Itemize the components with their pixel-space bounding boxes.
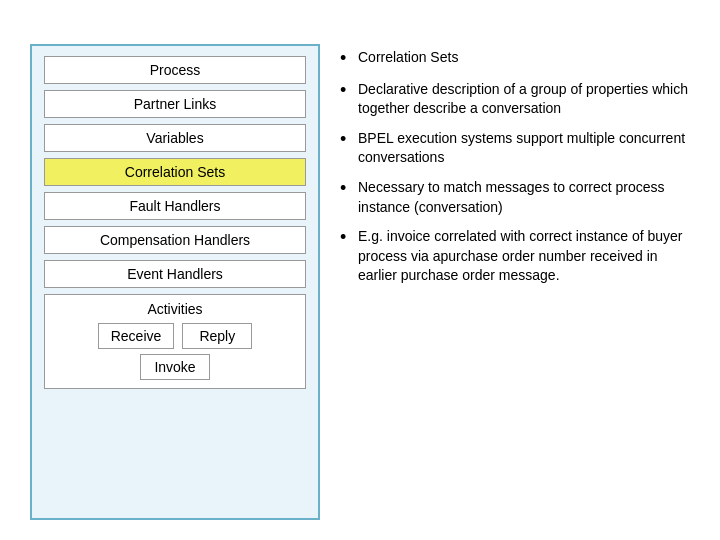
bullet-text: Declarative description of a group of pr… — [358, 80, 690, 119]
content-area: ProcessPartner LinksVariablesCorrelation… — [30, 44, 690, 520]
diagram-item-partner-links: Partner Links — [44, 90, 306, 118]
activities-box: ActivitiesReceiveReplyInvoke — [44, 294, 306, 389]
bullet-item-b1: •Correlation Sets — [340, 48, 690, 70]
diagram-item-variables: Variables — [44, 124, 306, 152]
bullet-item-b3: • BPEL execution systems support multipl… — [340, 129, 690, 168]
bullet-text: Necessary to match messages to correct p… — [358, 178, 690, 217]
diagram-item-compensation-handlers: Compensation Handlers — [44, 226, 306, 254]
activities-label: Activities — [53, 301, 297, 317]
bullet-text: Correlation Sets — [358, 48, 690, 68]
bullet-dot: • — [340, 129, 358, 151]
diagram-item-correlation-sets: Correlation Sets — [44, 158, 306, 186]
activity-reply[interactable]: Reply — [182, 323, 252, 349]
process-diagram: ProcessPartner LinksVariablesCorrelation… — [30, 44, 320, 520]
bullet-item-b5: • E.g. invoice correlated with correct i… — [340, 227, 690, 286]
diagram-item-fault-handlers: Fault Handlers — [44, 192, 306, 220]
bullet-dot: • — [340, 48, 358, 70]
bullet-text: E.g. invoice correlated with correct ins… — [358, 227, 690, 286]
diagram-item-process: Process — [44, 56, 306, 84]
bullet-item-b2: •Declarative description of a group of p… — [340, 80, 690, 119]
bullet-text: BPEL execution systems support multiple … — [358, 129, 690, 168]
diagram-item-event-handlers: Event Handlers — [44, 260, 306, 288]
bullet-item-b4: •Necessary to match messages to correct … — [340, 178, 690, 217]
page: ProcessPartner LinksVariablesCorrelation… — [0, 0, 720, 540]
activity-receive[interactable]: Receive — [98, 323, 175, 349]
activities-invoke-container: Invoke — [53, 354, 297, 380]
bullet-list: •Correlation Sets•Declarative descriptio… — [340, 44, 690, 520]
bullet-dot: • — [340, 178, 358, 200]
bullet-dot: • — [340, 227, 358, 249]
bullet-dot: • — [340, 80, 358, 102]
activity-invoke[interactable]: Invoke — [140, 354, 210, 380]
activities-row: ReceiveReply — [53, 323, 297, 349]
